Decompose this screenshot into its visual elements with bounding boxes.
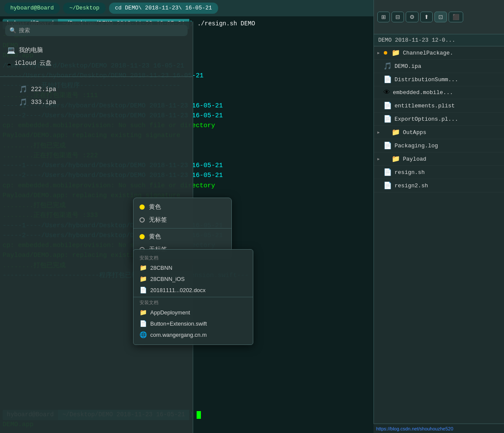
file-name-distributionsum: DistributionSumm... xyxy=(395,76,458,83)
context-tag-yellow-label: 黄色 xyxy=(149,203,161,211)
sidebar-ipa-files: 🎵 222.ipa 🎵 333.ipa xyxy=(0,79,193,109)
web-icon: 🌐 xyxy=(140,331,147,338)
sidebar-file-222ipa[interactable]: 🎵 222.ipa xyxy=(17,83,193,96)
sidebar-label-computer: 我的电脑 xyxy=(19,46,43,54)
folder-icon-channelpackage: 📁 xyxy=(392,49,400,57)
sidebar-item-icloud[interactable]: ☁️ iCloud 云盘 xyxy=(0,57,193,70)
doc-icon-exportoptions: 📄 xyxy=(383,115,392,123)
finder-file-resign2-sh[interactable]: 📄 resign2.sh xyxy=(374,179,504,192)
search-icon: 🔍 xyxy=(9,27,16,34)
arrow-outapps: ▶ xyxy=(377,130,380,135)
doc-icon-resign-sh: 📄 xyxy=(383,168,392,177)
popup-item-28cbnn-label: 28CBNN xyxy=(150,265,172,271)
popup-item-appdeployment-label: AppDeployment xyxy=(150,309,190,316)
popup-section-title: 安装文档 xyxy=(134,254,253,262)
doc-icon-distributionsum: 📄 xyxy=(383,75,392,84)
spacer-payload xyxy=(384,157,387,161)
sidebar-item-computer[interactable]: 💻 我的电脑 xyxy=(0,44,193,57)
toolbar-btn-edit[interactable]: ⬛ xyxy=(449,12,463,22)
folder-icon-28cbnn: 📁 xyxy=(140,264,147,271)
file-name-packaging-log: Packaging.log xyxy=(395,143,438,149)
tag-yellow-dot xyxy=(140,204,145,210)
swift-icon: 📄 xyxy=(140,320,147,327)
toolbar-btn-share[interactable]: ⬆ xyxy=(420,12,433,22)
file-name-resign2-sh: resign2.sh xyxy=(395,183,428,189)
finder-file-packaging-log[interactable]: 📄 Packaging.log xyxy=(374,139,504,152)
finder-file-outapps[interactable]: ▶ 📁 OutApps xyxy=(374,126,504,139)
folder-icon-outapps: 📁 xyxy=(392,128,400,137)
finder-file-channelpackage[interactable]: ▶ 📁 ChannelPackage. xyxy=(374,46,504,60)
ipa-icon-222: 🎵 xyxy=(19,85,27,94)
finder-file-entitlements[interactable]: 📄 entitlements.plist xyxy=(374,99,504,113)
dot-channelpackage xyxy=(384,51,387,55)
file-name-exportoptions: ExportOptions.pl... xyxy=(395,116,458,122)
context-tag-yellow[interactable]: 黄色 xyxy=(134,201,231,213)
popup-item-docx[interactable]: 📄 20181111...0202.docx xyxy=(134,284,253,296)
popup-item-appdeployment[interactable]: 📁 AppDeployment xyxy=(134,307,253,318)
arrow-channelpackage: ▶ xyxy=(377,51,380,55)
toolbar-btn-grid2[interactable]: ⊡ xyxy=(434,12,447,22)
finder-right-panel: ⊞ ⊟ ⚙ ⬆ ⊡ ⬛ DEMO 2018-11-23 12-0... ▶ 📁 … xyxy=(373,0,504,433)
sidebar-section-favorites: 💻 我的电脑 ☁️ iCloud 云盘 xyxy=(0,40,193,74)
finder-file-distributionsum[interactable]: 📄 DistributionSumm... xyxy=(374,73,504,86)
file-name-entitlements: entitlements.plist xyxy=(395,103,455,109)
spacer-outapps xyxy=(384,131,387,134)
toolbar-btn-list[interactable]: ⊟ xyxy=(392,12,404,22)
popup-item-28cbnn-ios[interactable]: 📁 28CBNN_iOS xyxy=(134,273,253,284)
file-name-demoipa: DEMO.ipa xyxy=(395,63,421,70)
search-placeholder: 搜索 xyxy=(19,27,30,34)
ipa-icon-333: 🎵 xyxy=(19,98,27,107)
sidebar-file-222-label: 222.ipa xyxy=(31,86,56,93)
popup-item-28cbnn-ios-label: 28CBNN_iOS xyxy=(150,276,185,282)
sidebar-divider xyxy=(0,76,193,77)
popup-item-docx-label: 20181111...0202.docx xyxy=(150,287,206,293)
popup-item-wangergang-label: com.wangergang.cn.m xyxy=(150,332,207,338)
context-tag-yellow-label2: 黄色 xyxy=(149,233,161,241)
toolbar-buttons-group: ⊞ ⊟ ⚙ ⬆ ⊡ ⬛ xyxy=(377,12,501,22)
terminal-top-bar: hyboard@Board ~/Desktop cd DEMO\ 2018-11… xyxy=(0,0,373,16)
tab-hyboard[interactable]: hyboard@Board xyxy=(4,3,60,14)
doc-icon-packaging-log: 📄 xyxy=(383,141,392,150)
tag-yellow-dot-2 xyxy=(140,234,145,239)
sidebar-file-333-label: 333.ipa xyxy=(31,99,56,106)
popup-divider xyxy=(134,297,253,297)
finder-search-bar[interactable]: 🔍 搜索 xyxy=(5,25,188,36)
toolbar-btn-settings[interactable]: ⚙ xyxy=(406,12,419,22)
icloud-icon: ☁️ xyxy=(7,59,11,67)
context-tag-yellow2[interactable]: 黄色 xyxy=(134,230,231,243)
tag-empty-circle xyxy=(140,217,145,223)
finder-file-exportoptions[interactable]: 📄 ExportOptions.pl... xyxy=(374,113,504,126)
eye-icon-embedded: 👁 xyxy=(383,88,390,97)
toolbar-btn-grid[interactable]: ⊞ xyxy=(377,12,390,22)
arrow-payload: ▶ xyxy=(377,157,380,162)
finder-file-resign-sh[interactable]: 📄 resign.sh xyxy=(374,166,504,179)
tab-cd-demo[interactable]: cd DEMO\ 2018-11-23\ 16-05-21 xyxy=(109,3,218,14)
finder-file-demoipa[interactable]: 🎵 DEMO.ipa xyxy=(374,60,504,73)
folder-icon-appdeployment: 📁 xyxy=(140,309,147,316)
context-tag-none1[interactable]: 无标签 xyxy=(134,213,231,226)
finder-file-list: ▶ 📁 ChannelPackage. 🎵 DEMO.ipa 📄 Distrib… xyxy=(374,46,504,419)
sidebar-file-333ipa[interactable]: 🎵 333.ipa xyxy=(17,96,193,109)
popup-item-button-swift[interactable]: 📄 Button+Extension.swift xyxy=(134,318,253,329)
file-name-resign-sh: resign.sh xyxy=(395,169,425,176)
url-bar: https://blog.csdn.net/shouhouzhe520 xyxy=(373,424,504,433)
folder-icon-28cbnn-ios: 📁 xyxy=(140,275,147,282)
file-name-payload: Payload xyxy=(403,156,426,162)
ipa-icon-demoipa: 🎵 xyxy=(383,62,392,70)
context-divider xyxy=(134,228,231,229)
popup-item-button-swift-label: Button+Extension.swift xyxy=(150,320,207,327)
finder-file-embedded[interactable]: 👁 embedded.mobile... xyxy=(374,86,504,99)
popup-item-28cbnn[interactable]: 📁 28CBNN xyxy=(134,262,253,273)
sidebar-label-icloud: iCloud 云盘 xyxy=(15,59,52,67)
context-tag-none-label1: 无标签 xyxy=(149,216,167,224)
word-icon: 📄 xyxy=(140,287,147,293)
popup-item-wangergang[interactable]: 🌐 com.wangergang.cn.m xyxy=(134,329,253,340)
file-name-outapps: OutApps xyxy=(403,129,426,136)
popup-section-main: 安装文档 📁 28CBNN 📁 28CBNN_iOS 📄 20181111...… xyxy=(134,252,253,342)
tab-desktop[interactable]: ~/Desktop xyxy=(63,3,105,14)
finder-toolbar: ⊞ ⊟ ⚙ ⬆ ⊡ ⬛ xyxy=(374,0,504,34)
cursor xyxy=(197,411,201,419)
prompt-cmd-1: ./resign.sh DEMO xyxy=(194,19,255,29)
finder-file-payload[interactable]: ▶ 📁 Payload xyxy=(374,152,504,166)
popup-file-list: 安装文档 📁 28CBNN 📁 28CBNN_iOS 📄 20181111...… xyxy=(133,249,253,345)
